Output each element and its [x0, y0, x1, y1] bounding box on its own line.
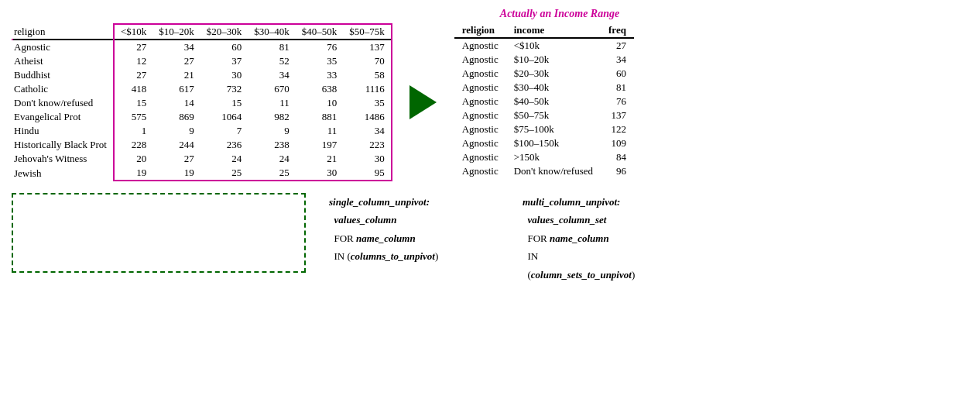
freq-cell: 122: [601, 122, 634, 136]
single-col-title: single_column_unpivot:: [329, 196, 430, 208]
religion-cell: Historically Black Prot: [12, 138, 114, 152]
value-cell: 25: [200, 166, 248, 181]
label-cell: >150k: [506, 150, 601, 164]
right-header-row: religion income freq: [454, 23, 634, 38]
table-row: Hindu19791134: [12, 124, 392, 138]
value-cell: 9: [152, 124, 200, 138]
value-cell: 732: [200, 82, 248, 96]
value-cell: 33: [296, 68, 344, 82]
label-cell: Agnostic: [454, 164, 506, 178]
table-row: Agnostic$100–150k109: [454, 136, 634, 150]
freq-cell: 96: [601, 164, 634, 178]
col-lt10k: <$10k: [114, 24, 152, 40]
table-row: Agnostic2734608176137: [12, 40, 392, 55]
religion-cell: Jewish: [12, 166, 114, 181]
label-cell: $10–20k: [506, 53, 601, 67]
table-row: Agnostic$10–20k34: [454, 53, 634, 67]
label-cell: $30–40k: [506, 81, 601, 95]
value-cell: 197: [296, 138, 344, 152]
value-cell: 20: [114, 152, 152, 166]
label-cell: Agnostic: [454, 122, 506, 136]
table-row: Buddhist272130343358: [12, 68, 392, 82]
label-cell: Agnostic: [454, 67, 506, 81]
label-cell: Don't know/refused: [506, 164, 601, 178]
wide-table: religion <$10k $10–20k $20–30k $30–40k $…: [12, 23, 392, 181]
value-cell: 418: [114, 82, 152, 96]
value-cell: 638: [296, 82, 344, 96]
table-row: Jehovah's Witness202724242130: [12, 152, 392, 166]
col-30-40k: $30–40k: [248, 24, 296, 40]
table-row: Agnostic$75–100k122: [454, 122, 634, 136]
label-cell: Agnostic: [454, 108, 506, 122]
table-row: Evangelical Prot57586910649828811486: [12, 110, 392, 124]
religion-cell: Don't know/refused: [12, 96, 114, 110]
freq-cell: 34: [601, 53, 634, 67]
value-cell: 30: [296, 166, 344, 181]
value-cell: 7: [200, 124, 248, 138]
value-cell: 25: [248, 166, 296, 181]
label-cell: Agnostic: [454, 136, 506, 150]
value-cell: 1116: [343, 82, 392, 96]
religion-cell: Atheist: [12, 54, 114, 68]
religion-cell: Evangelical Prot: [12, 110, 114, 124]
value-cell: 19: [152, 166, 200, 181]
value-cell: 575: [114, 110, 152, 124]
value-cell: 12: [114, 54, 152, 68]
freq-cell: 81: [601, 81, 634, 95]
value-cell: 244: [152, 138, 200, 152]
right-table-section: religion income freq Agnostic<$10k27Agno…: [454, 23, 634, 178]
religion-cell: Agnostic: [12, 40, 114, 55]
multi-column-unpivot-syntax: multi_column_unpivot: values_column_set …: [523, 193, 716, 284]
label-cell: $75–100k: [506, 122, 601, 136]
long-table: religion income freq Agnostic<$10k27Agno…: [454, 23, 634, 178]
column-sets-label: column_sets_to_unpivot: [531, 269, 632, 281]
table-row: Agnostic<$10k27: [454, 39, 634, 53]
label-cell: Agnostic: [454, 95, 506, 108]
value-cell: 34: [343, 124, 392, 138]
value-cell: 35: [296, 54, 344, 68]
value-cell: 27: [152, 54, 200, 68]
value-cell: 11: [296, 124, 344, 138]
name-column-label-right: name_column: [550, 232, 609, 244]
right-col-religion: religion: [454, 23, 506, 38]
table-row: Don't know/refused151415111035: [12, 96, 392, 110]
value-cell: 24: [200, 152, 248, 166]
value-cell: 81: [248, 40, 296, 55]
value-cell: 60: [200, 40, 248, 55]
value-cell: 34: [152, 40, 200, 55]
label-cell: $100–150k: [506, 136, 601, 150]
value-cell: 10: [296, 96, 344, 110]
value-cell: 236: [200, 138, 248, 152]
value-cell: 30: [343, 152, 392, 166]
value-cell: 76: [296, 40, 344, 55]
label-cell: Agnostic: [454, 39, 506, 53]
name-column-label-mid: name_column: [356, 232, 416, 244]
value-cell: 982: [248, 110, 296, 124]
syntax-line3: [22, 250, 28, 262]
label-cell: $40–50k: [506, 95, 601, 108]
value-cell: 37: [200, 54, 248, 68]
value-cell: 670: [248, 82, 296, 96]
col-40-50k: $40–50k: [296, 24, 344, 40]
table-row: Atheist122737523570: [12, 54, 392, 68]
table-row: AgnosticDon't know/refused96: [454, 164, 634, 178]
arrow-icon: [409, 85, 437, 119]
value-cell: 15: [200, 96, 248, 110]
value-cell: 1: [114, 124, 152, 138]
value-cell: 881: [296, 110, 344, 124]
freq-cell: 76: [601, 95, 634, 108]
table-row: Agnostic$30–40k81: [454, 81, 634, 95]
table-row: Historically Black Prot22824423623819722…: [12, 138, 392, 152]
values-column-set-label: values_column_set: [528, 214, 607, 225]
table-row: Jewish191925253095: [12, 166, 392, 181]
syntax-line2: [22, 235, 33, 246]
left-table-body: Agnostic2734608176137Atheist122737523570…: [12, 40, 392, 181]
value-cell: 19: [114, 166, 152, 181]
value-cell: 34: [248, 68, 296, 82]
table-row: Agnostic>150k84: [454, 150, 634, 164]
table-title: Actually an Income Range: [151, 8, 968, 20]
unpivot-syntax-box: [12, 193, 306, 273]
single-column-unpivot-syntax: single_column_unpivot: values_column FOR…: [329, 193, 499, 266]
right-col-income: income: [506, 23, 601, 38]
value-cell: 223: [343, 138, 392, 152]
